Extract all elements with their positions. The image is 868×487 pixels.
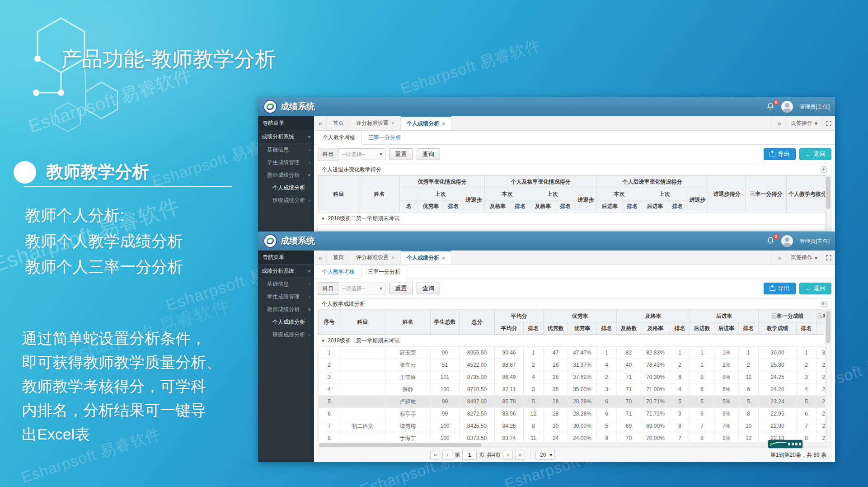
col-header-subject[interactable]: 科目	[340, 310, 385, 335]
export-button[interactable]: 导出	[764, 283, 796, 294]
search-button[interactable]: 查询	[417, 283, 441, 294]
col-header-rank[interactable]: 排名	[444, 200, 463, 213]
table-row[interactable]: 8 于海宁100 8373.5083.74 1124 24.00%9 7070.…	[319, 432, 826, 442]
panel-tool-icon[interactable]	[821, 166, 827, 173]
sidebar-item-student-score-mgmt[interactable]: 学生成绩管理‹	[258, 156, 314, 169]
table-row[interactable]: 1 薛玉荣99 8955.5090.46 147 47.47%1 8282.83…	[319, 347, 826, 359]
sidebar-item-score-analysis-system[interactable]: 成绩分析系统▾	[258, 265, 314, 278]
col-header-name[interactable]: 姓名	[385, 310, 431, 335]
pager-last-icon[interactable]: »	[515, 450, 525, 460]
pager-first-icon[interactable]: «	[430, 450, 440, 460]
sidebar-item-base-info[interactable]: 基础信息‹	[258, 278, 314, 290]
fullscreen-icon[interactable]	[822, 116, 835, 130]
panel-tool-icon[interactable]	[821, 301, 827, 307]
col-header-rank[interactable]: 排名	[524, 322, 544, 335]
col-header-behind-count[interactable]: 后进数	[690, 322, 714, 335]
col-header-excellent-rate[interactable]: 优秀率	[568, 322, 597, 335]
table-row[interactable]: 5 卢超敏99 8492.0085.78 528 28.28%6 7070.71…	[319, 396, 826, 408]
col-header-behind-rate[interactable]: 后进率	[642, 200, 668, 213]
subtab-three-rate-analysis[interactable]: 三率一分分析	[362, 131, 407, 144]
sidebar-item-teacher-score-analysis[interactable]: 教师成绩分析▾	[258, 169, 314, 181]
scrollbar-thumb[interactable]	[826, 311, 830, 343]
vertical-scrollbar[interactable]	[825, 310, 831, 442]
subject-select[interactable]: --请选择--▾	[338, 148, 385, 160]
col-header-behind-rate[interactable]: 后进率	[714, 322, 739, 335]
close-icon[interactable]: ×	[391, 255, 394, 261]
col-header-average[interactable]: 平均分	[495, 322, 524, 335]
close-icon[interactable]: ×	[442, 255, 445, 261]
col-header-rank[interactable]: 排名	[623, 200, 642, 213]
reset-button[interactable]: 重置	[389, 148, 413, 160]
avatar[interactable]	[781, 101, 793, 113]
collapse-tabs-icon[interactable]: «	[314, 251, 327, 265]
sidebar-item-teacher-score-analysis[interactable]: 教师成绩分析▾	[258, 303, 314, 316]
col-header-rank[interactable]: 排名	[556, 200, 575, 213]
col-header-pass-rate[interactable]: 及格率	[641, 322, 670, 335]
reset-button[interactable]: 重置	[389, 283, 413, 294]
col-header-progress[interactable]: 进退步	[463, 188, 485, 213]
col-header-rank[interactable]: 排名	[797, 322, 816, 335]
collapse-tabs-icon[interactable]: «	[314, 116, 327, 130]
subtab-three-rate-analysis[interactable]: 三率一分分析	[361, 265, 407, 279]
tab-scoring-standard[interactable]: 评分标准设置×	[350, 116, 401, 130]
subtab-personal-teaching-exam[interactable]: 个人教学考核	[316, 265, 361, 279]
scrollbar-thumb[interactable]	[319, 443, 482, 447]
back-button[interactable]: ←返回	[799, 148, 831, 160]
col-header-rank[interactable]: 排名	[597, 322, 617, 335]
pager-prev-icon[interactable]: ‹	[442, 450, 452, 460]
col-header-rank[interactable]: 排名	[511, 200, 530, 213]
close-icon[interactable]: ×	[442, 121, 445, 127]
bell-icon[interactable]: 0	[767, 103, 775, 111]
subtab-personal-teaching-exam[interactable]: 个人教学考核	[316, 131, 362, 145]
tab-operations-dropdown[interactable]: 页签操作▾	[786, 116, 822, 130]
col-header-cut[interactable]	[816, 322, 825, 335]
col-header-progress-score[interactable]: 进退步得分	[708, 176, 746, 213]
tab-home[interactable]: 首页	[327, 251, 350, 265]
avatar[interactable]	[781, 235, 793, 247]
expand-tabs-icon[interactable]: »	[773, 251, 786, 265]
col-header-rank-cut[interactable]: 名	[400, 200, 418, 213]
back-button[interactable]: ←返回	[799, 283, 831, 294]
col-header-index[interactable]: 序号	[319, 310, 340, 335]
sidebar-item-class-score-analysis[interactable]: 班级成绩分析‹	[258, 328, 314, 341]
tab-home[interactable]: 首页	[327, 116, 350, 130]
col-header-total-score[interactable]: 总分	[460, 310, 495, 335]
col-header-progress[interactable]: 进退步	[575, 188, 597, 213]
table-row[interactable]: 3 王雪娇101 8735.0086.49 438 37.62%2 7170.3…	[319, 371, 826, 383]
col-header-teaching-score[interactable]: 个人教学考核分数	[787, 176, 825, 213]
col-header-pass-rate[interactable]: 及格率	[485, 200, 511, 213]
table-row[interactable]: 6 籍亭亭99 8272.5083.56 1228 28.28%6 7171.7…	[319, 408, 826, 420]
col-header-subject[interactable]: 科目	[319, 176, 359, 213]
tab-scoring-standard[interactable]: 评分标准设置×	[350, 251, 401, 265]
col-header-pass-rate[interactable]: 及格率	[530, 200, 556, 213]
sidebar-item-class-score-analysis[interactable]: 班级成绩分析‹	[258, 194, 314, 207]
bell-icon[interactable]: 0	[767, 237, 775, 245]
col-header-excellent-rate[interactable]: 优秀率	[418, 200, 444, 213]
table-group-row[interactable]: ▼2018级初二第一学期期末考试	[319, 213, 826, 225]
fullscreen-icon[interactable]	[822, 251, 835, 265]
col-header-three-rate-score[interactable]: 三率一分得分	[746, 176, 787, 213]
group-expand-icon[interactable]: ▼	[321, 339, 325, 343]
sidebar-item-personal-score-analysis[interactable]: 个人成绩分析	[258, 181, 314, 194]
col-header-rank[interactable]: 排名	[668, 200, 687, 213]
table-row[interactable]: 7初二语文 谭秀梅100 8425.5084.26 830 30.00%5 69…	[319, 420, 826, 432]
col-header-excellent-count[interactable]: 优秀数	[544, 322, 568, 335]
tab-personal-score-analysis[interactable]: 个人成绩分析×	[401, 116, 451, 130]
group-expand-icon[interactable]: ▼	[321, 217, 325, 221]
table-row[interactable]: 4 薛静100 8710.5087.11 335 35.00%3 7171.00…	[319, 383, 826, 396]
col-header-progress[interactable]: 进退步	[687, 188, 708, 213]
close-icon[interactable]: ×	[391, 120, 394, 127]
table-group-row[interactable]: ▼2018级初二第一学期期末考试	[319, 335, 826, 347]
page-size-select[interactable]: 20▾	[535, 450, 555, 460]
sidebar-item-base-info[interactable]: 基础信息‹	[258, 143, 314, 156]
pager-next-icon[interactable]: ›	[503, 450, 513, 460]
col-header-behind-rate[interactable]: 后进率	[597, 200, 623, 213]
col-header-rank[interactable]: 排名	[739, 322, 759, 335]
horizontal-scrollbar[interactable]	[318, 442, 831, 448]
expand-tabs-icon[interactable]: »	[773, 116, 786, 130]
export-button[interactable]: 导出	[764, 148, 796, 160]
col-header-name[interactable]: 姓名	[359, 176, 400, 213]
col-header-pass-count[interactable]: 及格数	[617, 322, 641, 335]
sidebar-item-score-analysis-system[interactable]: 成绩分析系统▾	[258, 130, 314, 143]
col-header-teaching-score[interactable]: 教学成绩	[759, 322, 797, 335]
